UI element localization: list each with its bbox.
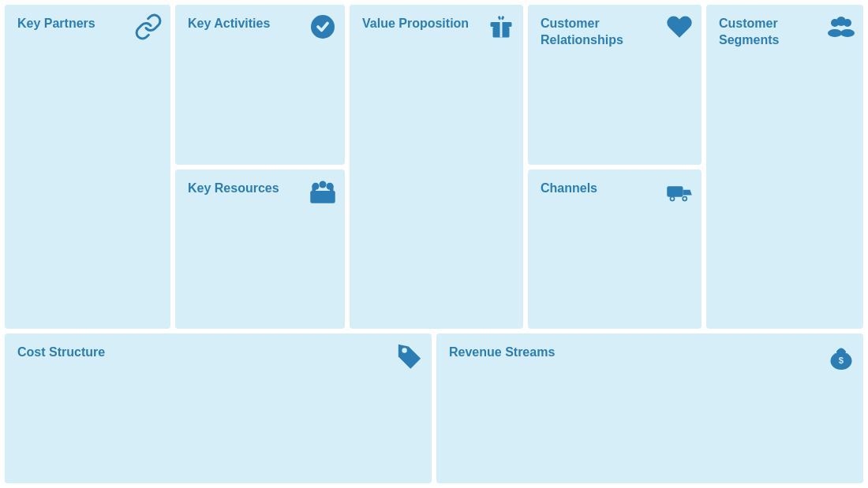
svg-rect-6: [330, 185, 334, 192]
check-circle-icon: [309, 13, 337, 41]
svg-point-18: [836, 17, 846, 26]
revenue-streams-title: Revenue Streams: [449, 345, 750, 361]
price-tag-icon: [395, 341, 424, 370]
heart-icon: [665, 13, 694, 41]
customer-segments-title: Customer Segments: [719, 16, 817, 49]
card-value-proposition[interactable]: Value Proposition: [350, 5, 523, 329]
top-section: Key Partners Key Activities Key Resource…: [5, 5, 863, 329]
key-activities-title: Key Activities: [188, 16, 296, 32]
money-bag-icon: $: [827, 341, 855, 370]
card-key-resources[interactable]: Key Resources: [175, 169, 345, 330]
channels-title: Channels: [541, 181, 652, 197]
svg-point-21: [402, 348, 406, 352]
factory-icon: [309, 177, 337, 206]
svg-rect-11: [667, 186, 683, 197]
business-model-canvas: Key Partners Key Activities Key Resource…: [0, 0, 868, 488]
card-key-activities[interactable]: Key Activities: [175, 5, 345, 165]
svg-rect-4: [310, 190, 335, 203]
cost-structure-title: Cost Structure: [17, 345, 319, 361]
customer-relationships-title: Customer Relationships: [541, 16, 652, 49]
svg-rect-5: [312, 185, 316, 192]
card-channels[interactable]: Channels: [528, 169, 702, 330]
svg-point-19: [828, 29, 842, 37]
people-icon: [827, 13, 855, 41]
link-icon: [134, 13, 163, 41]
card-customer-segments[interactable]: Customer Segments: [706, 5, 863, 329]
col-customer-relationships: Customer Relationships Channels: [528, 5, 702, 329]
card-cost-structure[interactable]: Cost Structure: [5, 333, 432, 483]
svg-point-20: [840, 29, 855, 37]
bottom-section: Cost Structure Revenue Streams $: [5, 333, 863, 483]
col-key-activities: Key Activities Key Resources: [175, 5, 345, 329]
svg-point-15: [683, 197, 686, 199]
card-revenue-streams[interactable]: Revenue Streams $: [436, 333, 863, 483]
truck-icon: [665, 177, 694, 206]
svg-point-2: [320, 181, 327, 188]
gift-icon: [487, 13, 515, 41]
value-proposition-title: Value Proposition: [362, 16, 473, 32]
key-resources-title: Key Resources: [188, 181, 296, 197]
svg-point-23: [836, 349, 845, 355]
card-key-partners[interactable]: Key Partners: [5, 5, 170, 329]
card-customer-relationships[interactable]: Customer Relationships: [528, 5, 702, 165]
svg-text:$: $: [839, 356, 844, 365]
svg-point-14: [671, 197, 673, 199]
key-partners-title: Key Partners: [17, 16, 123, 32]
svg-point-10: [499, 19, 503, 23]
